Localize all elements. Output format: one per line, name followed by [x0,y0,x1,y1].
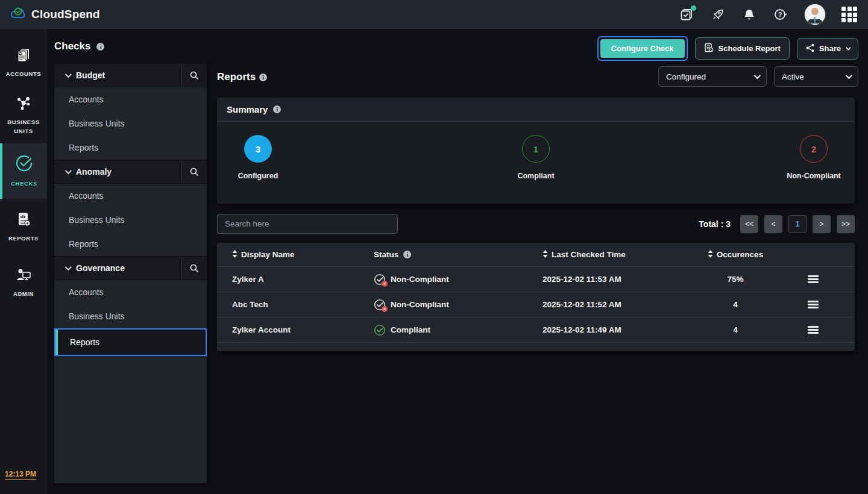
summary-header: Summary [217,98,855,122]
last-page-button[interactable]: >> [837,215,855,233]
panel-item-label: Accounts [69,287,104,297]
configure-check-button[interactable]: Configure Check [600,39,685,58]
column-last-checked-time[interactable]: Last Checked Time [542,250,699,260]
active-dropdown[interactable]: Active [774,66,858,87]
panel-item-budget-reports[interactable]: Reports [54,136,207,160]
search-icon[interactable] [181,160,207,183]
panel-item-budget-accounts[interactable]: Accounts [54,87,207,111]
sidebar-item-reports[interactable]: REPORTS [0,205,47,249]
sort-icon[interactable] [708,250,713,260]
first-page-button[interactable]: << [740,215,758,233]
row-menu-icon[interactable] [808,301,819,308]
chevron-down-icon [65,71,72,78]
row-menu-icon[interactable] [808,275,819,283]
column-label: Display Name [241,250,295,259]
panel-item-anomaly-accounts[interactable]: Accounts [54,184,207,208]
panel-item-anomaly-business-units[interactable]: Business Units [54,208,207,232]
stat-label: Compliant [517,172,554,180]
non-compliant-count-circle[interactable]: 2 [800,135,828,163]
sort-icon[interactable] [542,250,548,260]
column-label: Occurences [717,250,763,259]
info-icon[interactable] [273,105,281,113]
table-row[interactable]: Zylker Account Compliant 2025-12-02 11:4… [217,317,855,343]
info-icon[interactable] [259,73,267,81]
schedule-report-button[interactable]: Schedule Report [695,37,790,60]
configure-check-focus-ring: Configure Check [597,36,688,61]
header-actions: Configure Check Schedule Report Share [597,36,858,61]
status-label: Non-Compliant [391,300,449,309]
group-label: Governance [76,263,181,273]
panel-item-governance-reports-selected[interactable]: Reports [54,328,207,356]
sidebar-item-accounts[interactable]: ACCOUNTS [0,41,47,84]
notification-dot [691,5,696,11]
group-header-anomaly[interactable]: Anomaly [54,160,207,184]
timestamp-link[interactable]: 12:13 PM [5,470,36,480]
panel-item-anomaly-reports[interactable]: Reports [54,232,207,256]
compliant-icon [374,324,386,336]
sidebar-item-checks[interactable]: CHECKS [0,143,47,199]
page-title: Checks [54,40,104,52]
search-input[interactable] [217,214,398,234]
search-icon[interactable] [181,257,207,280]
row-last-checked-time: 2025-12-02 11:52 AM [542,300,699,309]
search-icon[interactable] [181,64,207,87]
column-occurences[interactable]: Occurences [699,250,772,260]
row-status: Compliant [374,324,542,336]
row-display-name: Zylker Account [217,325,374,334]
status-label: Compliant [391,325,430,334]
configured-dropdown[interactable]: Configured [658,66,767,87]
rocket-icon[interactable] [710,7,726,22]
search-pagination-row: Total : 3 << < 1 > >> [217,214,855,234]
reports-title-text: Reports [217,71,256,83]
sidebar-item-business-units[interactable]: BUSINESS UNITS [0,89,47,142]
stat-label: Configured [238,172,278,180]
compliant-count-circle[interactable]: 1 [522,135,550,163]
user-avatar[interactable] [804,4,826,25]
sort-icon[interactable] [232,250,237,260]
svg-text:?: ? [778,11,782,18]
apps-grid-icon[interactable] [841,7,857,22]
sidebar-label: ACCOUNTS [6,69,42,78]
panel-item-label: Reports [70,337,99,347]
info-icon[interactable] [403,251,411,258]
panel-item-governance-business-units[interactable]: Business Units [54,304,207,328]
chevron-down-icon [65,264,72,270]
info-icon[interactable] [96,43,104,51]
feedback-icon[interactable] [679,7,694,22]
row-last-checked-time: 2025-12-02 11:53 AM [542,275,699,284]
configured-dropdown-value: Configured [666,72,706,81]
chevron-down-icon [846,45,851,50]
active-dropdown-value: Active [782,72,804,81]
configured-count-circle[interactable]: 3 [244,135,272,163]
panel-item-governance-accounts[interactable]: Accounts [54,280,207,304]
primary-sidebar: ACCOUNTS BUSINESS UNITS CHECKS REPORTS A… [0,29,47,494]
reports-icon [16,211,31,230]
help-icon[interactable]: ? [773,7,788,22]
admin-icon [15,267,32,285]
column-status: Status [374,250,542,259]
share-button[interactable]: Share [797,38,858,60]
next-page-button[interactable]: > [813,215,831,233]
prev-page-button[interactable]: < [764,215,782,233]
row-menu-icon[interactable] [808,326,819,334]
sidebar-label: ADMIN [13,289,34,298]
page-title-text: Checks [54,40,90,52]
current-page-button[interactable]: 1 [788,215,807,233]
checks-panel: Budget Accounts Business Units Reports A… [54,63,207,483]
group-header-budget[interactable]: Budget [54,63,207,87]
row-occurrences: 4 [699,325,772,334]
panel-item-budget-business-units[interactable]: Business Units [54,111,207,136]
table-row[interactable]: Abc Tech Non-Compliant 2025-12-02 11:52 … [217,292,855,317]
business-units-icon [16,95,31,113]
brand-logo[interactable]: CloudSpend [11,7,100,22]
table-row[interactable]: Zylker A Non-Compliant 2025-12-02 11:53 … [217,267,855,292]
panel-item-label: Reports [69,143,98,152]
sidebar-item-admin[interactable]: ADMIN [0,261,47,304]
non-compliant-icon [374,274,386,286]
group-header-governance[interactable]: Governance [54,256,207,280]
summary-card: Summary 3 Configured 1 Compliant 2 Non-C… [217,98,855,204]
column-display-name[interactable]: Display Name [217,250,374,260]
pagination: Total : 3 << < 1 > >> [699,215,855,233]
bell-icon[interactable] [741,7,757,22]
sidebar-label: REPORTS [8,234,39,243]
